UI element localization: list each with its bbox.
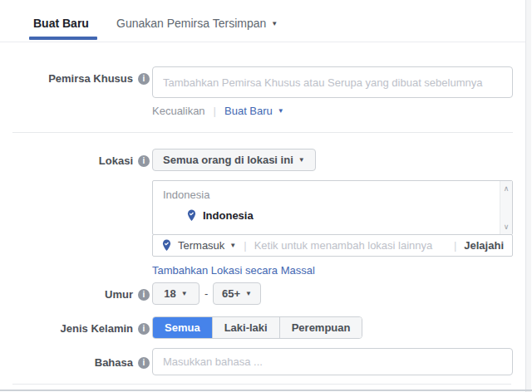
selected-location-row[interactable]: Indonesia [186,209,254,222]
create-new-audience-label: Buat Baru [224,105,273,117]
chevron-down-icon: ▼ [245,290,252,297]
exclude-link[interactable]: Kecualikan [152,105,205,117]
tab-use-saved-label: Gunakan Pemirsa Tersimpan [116,17,266,30]
active-tab-underline [29,37,97,40]
vertical-separator: | [214,105,216,117]
gender-label: Jenis Kelamin [61,322,133,335]
create-new-audience-link[interactable]: Buat Baru▼ [224,105,284,117]
location-list-header: Indonesia [163,189,209,201]
section-divider [12,384,511,385]
section-divider [12,132,513,133]
age-max-value: 65+ [222,287,240,300]
location-label-row: Lokasi i [0,154,150,167]
page-scrollbar[interactable] [525,0,531,392]
age-label-row: Umur i [0,288,150,301]
chevron-down-icon: ▼ [181,290,188,297]
location-type-dropdown[interactable]: Semua orang di lokasi ini▼ [152,149,316,171]
info-icon[interactable]: i [138,73,150,85]
info-icon[interactable]: i [138,323,150,335]
info-icon[interactable]: i [138,155,150,167]
chevron-down-icon: ▼ [271,20,278,27]
custom-audience-label: Pemirsa Khusus [48,72,133,85]
selected-location-name: Indonesia [203,209,254,222]
location-label: Lokasi [99,154,133,167]
age-max-dropdown[interactable]: 65+▼ [213,282,261,305]
gender-label-row: Jenis Kelamin i [0,322,150,335]
include-dropdown[interactable]: Termasuk▼ [178,239,236,252]
language-input[interactable] [152,348,513,375]
language-label: Bahasa [95,356,133,369]
tab-create-new[interactable]: Buat Baru [33,17,89,30]
location-list-box: Indonesia Indonesia ∧ ∨ [152,180,513,235]
tab-use-saved-audience[interactable]: Gunakan Pemirsa Tersimpan▼ [116,17,278,30]
location-include-bar: Termasuk▼ | | Jelajahi [152,234,513,257]
exclude-row: Kecualikan | Buat Baru▼ [152,105,284,117]
info-icon[interactable]: i [138,357,150,369]
custom-audience-label-row: Pemirsa Khusus i [0,72,150,85]
browse-locations-button[interactable]: Jelajahi [464,239,504,252]
location-pin-icon [186,209,197,222]
include-dropdown-label: Termasuk [178,239,224,252]
vertical-separator: | [454,239,456,252]
add-location-input[interactable] [254,239,446,252]
location-list-scrollbar[interactable]: ∧ ∨ [500,181,512,234]
age-label: Umur [105,288,133,301]
language-label-row: Bahasa i [0,356,150,369]
chevron-down-icon: ▼ [298,156,305,164]
chevron-down-icon: ▼ [278,107,284,115]
chevron-down-icon[interactable]: ∨ [500,223,512,231]
panel-bottom-border [0,390,532,391]
gender-option-female[interactable]: Perempuan [279,317,362,338]
gender-option-all[interactable]: Semua [153,317,212,338]
gender-option-male[interactable]: Laki-laki [212,317,279,338]
chevron-down-icon: ▼ [229,242,236,249]
age-range-separator: - [204,287,208,300]
audience-tabs: Buat Baru Gunakan Pemirsa Tersimpan▼ [0,0,525,42]
vertical-separator: | [244,239,246,252]
gender-segmented-control: Semua Laki-laki Perempuan [152,316,362,339]
bulk-add-locations-link[interactable]: Tambahkan Lokasi secara Massal [152,264,315,277]
custom-audience-input[interactable] [152,66,513,98]
chevron-up-icon[interactable]: ∧ [500,184,512,193]
location-type-value: Semua orang di lokasi ini [163,154,293,166]
age-min-value: 18 [164,287,175,300]
location-pin-icon [161,239,172,252]
info-icon[interactable]: i [138,289,150,301]
age-min-dropdown[interactable]: 18▼ [152,282,200,305]
